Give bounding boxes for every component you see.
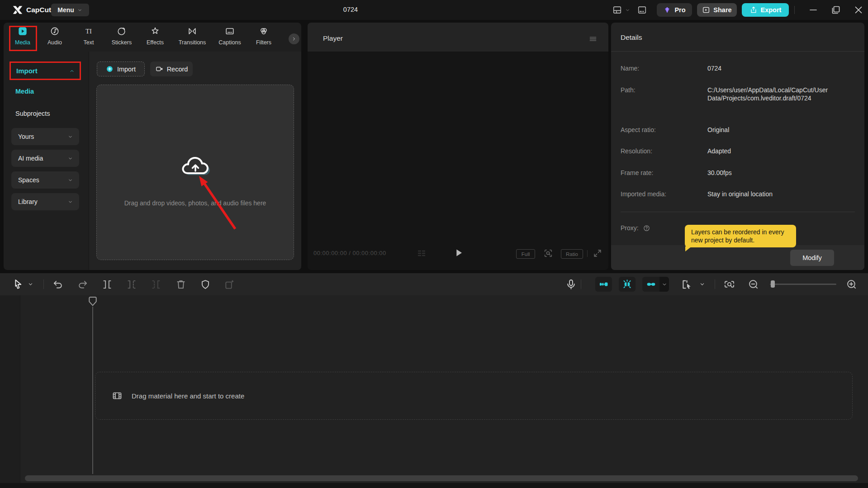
- export-button[interactable]: Export: [742, 3, 789, 17]
- link-toggle-button[interactable]: [642, 277, 659, 292]
- modify-button[interactable]: Modify: [790, 250, 834, 266]
- delete-right-icon[interactable]: [150, 279, 162, 290]
- stickers-icon: [117, 26, 127, 36]
- zoom-slider-handle[interactable]: [771, 280, 775, 288]
- player-menu-icon[interactable]: [588, 34, 598, 44]
- tab-effects[interactable]: Effects: [139, 25, 171, 50]
- tab-filters-label: Filters: [247, 39, 280, 46]
- fullscreen-icon[interactable]: [593, 248, 602, 258]
- resolution-label: Resolution:: [621, 147, 652, 155]
- player-header: Player: [308, 23, 608, 52]
- chevron-down-icon[interactable]: [625, 7, 631, 13]
- zoom-in-icon[interactable]: [845, 278, 858, 290]
- sidebar-dropdown-ai-media[interactable]: AI media: [11, 150, 79, 167]
- sidebar-dropdown-yours[interactable]: Yours: [11, 128, 79, 145]
- playhead-handle[interactable]: [89, 297, 97, 307]
- maximize-button[interactable]: [830, 5, 841, 15]
- horizontal-scrollbar[interactable]: [25, 475, 858, 481]
- full-preview-button[interactable]: Full: [516, 249, 535, 259]
- delete-left-icon[interactable]: [126, 279, 138, 290]
- ratio-button[interactable]: Ratio: [561, 249, 583, 259]
- timeline-drop-hint: Drag material here and start to create: [132, 392, 244, 400]
- zoom-out-icon[interactable]: [747, 278, 759, 290]
- name-label: Name:: [621, 65, 639, 72]
- path-label: Path:: [621, 86, 636, 94]
- ai-media-label: AI media: [18, 155, 43, 162]
- toolbar-divider: [43, 280, 44, 289]
- record-label: Record: [167, 66, 188, 73]
- layout-adjust-icon[interactable]: [636, 5, 648, 15]
- mask-icon[interactable]: [199, 279, 211, 290]
- gem-icon: [663, 6, 671, 14]
- red-arrow-annotation: [194, 172, 240, 232]
- details-footer: Modify: [611, 245, 864, 270]
- voiceover-mic-icon[interactable]: [565, 278, 577, 290]
- share-button[interactable]: Share: [697, 3, 737, 17]
- tooltip-tail: [685, 246, 692, 251]
- clip-select-icon[interactable]: [680, 278, 693, 291]
- aspect-ratio-label: Aspect ratio:: [621, 126, 656, 133]
- cursor-tool-chevron-icon[interactable]: [27, 281, 34, 288]
- audio-icon: [50, 26, 60, 36]
- timeline-ruler-icon[interactable]: [723, 278, 735, 290]
- bottom-edge-strip: [0, 483, 868, 488]
- undo-icon[interactable]: [52, 279, 64, 290]
- tab-text[interactable]: TI Text: [72, 25, 105, 50]
- sidebar-dropdown-spaces[interactable]: Spaces: [11, 171, 79, 189]
- menu-button-label: Menu: [57, 6, 74, 14]
- imported-media-label: Imported media:: [621, 190, 666, 198]
- snap-toggle-button[interactable]: [595, 277, 612, 292]
- proxy-tooltip-text: Layers can be reordered in every new pro…: [691, 228, 792, 244]
- main-track-magnet-icon: [621, 279, 633, 290]
- link-icon: [645, 279, 657, 290]
- menu-button[interactable]: Menu: [51, 4, 89, 16]
- chevron-down-icon: [661, 281, 668, 288]
- plus-circle-icon: [106, 65, 114, 73]
- record-button[interactable]: Record: [150, 62, 193, 76]
- sidebar-item-subprojects[interactable]: Subprojects: [15, 110, 50, 117]
- tab-audio[interactable]: Audio: [38, 25, 71, 50]
- clip-select-chevron-icon[interactable]: [699, 281, 706, 288]
- media-dropzone[interactable]: Drag and drop videos, photos, and audio …: [96, 85, 294, 260]
- resolution-value: Adapted: [707, 147, 858, 156]
- transitions-icon: [187, 26, 197, 36]
- minimize-button[interactable]: [808, 5, 819, 15]
- top-bar: CapCut Menu 0724 Pro Share Export: [0, 0, 868, 20]
- help-icon[interactable]: [643, 224, 650, 232]
- player-panel: Player 00:00:00:00 / 00:00:00:00 Full Ra…: [308, 23, 608, 270]
- tab-transitions-label: Transitions: [174, 39, 210, 46]
- import-media-button[interactable]: Import: [97, 62, 145, 76]
- tab-transitions[interactable]: Transitions: [174, 25, 210, 50]
- pro-button[interactable]: Pro: [657, 3, 692, 17]
- sidebar-dropdown-library[interactable]: Library: [11, 193, 79, 210]
- captions-icon: [225, 26, 235, 36]
- playhead-line[interactable]: [92, 307, 93, 474]
- tab-filters[interactable]: Filters: [247, 25, 280, 50]
- sidebar-item-media[interactable]: Media: [15, 88, 34, 95]
- link-options-button[interactable]: [659, 277, 669, 292]
- redo-icon[interactable]: [77, 279, 89, 290]
- export-clip-icon[interactable]: [224, 279, 236, 290]
- sidebar-item-import[interactable]: Import: [9, 62, 81, 80]
- topbar-separator: [794, 6, 795, 14]
- fit-zoom-icon[interactable]: [543, 248, 553, 258]
- timeline-dropzone[interactable]: Drag material here and start to create: [95, 372, 853, 420]
- chevron-up-icon: [69, 68, 75, 74]
- close-button[interactable]: [853, 5, 864, 15]
- camera-icon: [155, 65, 164, 73]
- layout-panels-icon[interactable]: [612, 5, 623, 15]
- play-button[interactable]: [452, 246, 465, 259]
- timeline-zoom-slider[interactable]: [770, 284, 836, 285]
- main-track-magnet-button[interactable]: [619, 277, 636, 292]
- tab-stickers[interactable]: Stickers: [105, 25, 138, 50]
- chevron-down-icon: [67, 199, 73, 205]
- timeline-area[interactable]: Drag material here and start to create: [0, 295, 868, 488]
- proxy-label: Proxy:: [621, 224, 639, 232]
- cursor-tool-icon[interactable]: [12, 278, 24, 290]
- delete-icon[interactable]: [175, 279, 187, 290]
- more-tabs-button[interactable]: [289, 33, 299, 44]
- tab-captions[interactable]: Captions: [213, 25, 246, 50]
- svg-text:TI: TI: [85, 28, 92, 35]
- split-icon[interactable]: [101, 279, 113, 290]
- pro-button-label: Pro: [674, 6, 685, 14]
